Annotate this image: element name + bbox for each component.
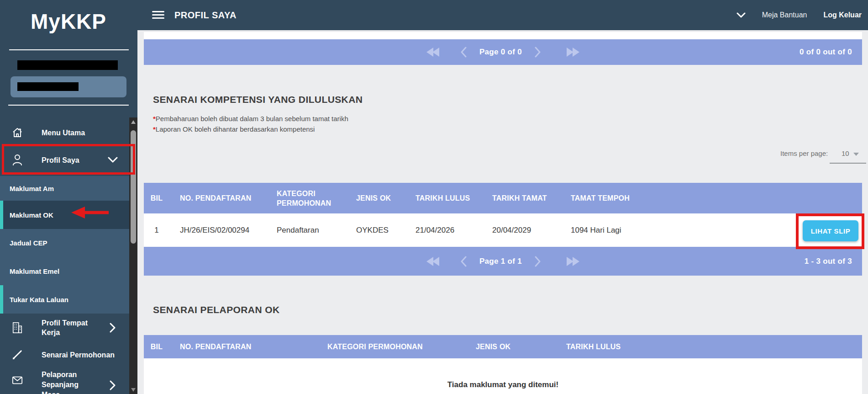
section-title-pelaporan: SENARAI PELAPORAN OK xyxy=(153,304,280,315)
cell-bil: 1 xyxy=(147,213,167,247)
items-per-page-label: Items per page: xyxy=(780,149,828,157)
last-page-icon[interactable] xyxy=(565,256,580,266)
page-indicator: Page 1 of 1 xyxy=(479,257,522,266)
cell-jenis-ok: OYKDES xyxy=(356,213,389,247)
scrollbar-down-arrow-icon[interactable] xyxy=(131,388,136,392)
scrollbar-thumb[interactable] xyxy=(131,130,136,244)
items-per-page-select[interactable]: 10 xyxy=(830,146,866,164)
help-desk-link[interactable]: Meja Bantuan xyxy=(762,11,807,19)
person-icon xyxy=(12,154,23,166)
column-header-bil: BIL xyxy=(147,335,167,358)
kompetensi-table-header: BIL NO. PENDAFTARAN KATEGORI PERMOHONAN … xyxy=(144,183,862,213)
sidebar-subitem-label: Maklumat Emel xyxy=(10,267,59,275)
column-header-tarikh-tamat: TARIKH TAMAT xyxy=(492,183,547,213)
sidebar-subitem-label: Jadual CEP xyxy=(10,239,47,247)
lihat-slip-button[interactable]: LIHAT SLIP xyxy=(803,220,858,241)
column-header-tamat-tempoh: TAMAT TEMPOH xyxy=(571,183,630,213)
sidebar-item-label: Profil Tempat Kerja xyxy=(42,318,101,337)
cell-tarikh-lulus: 21/04/2026 xyxy=(416,213,454,247)
app-logo: MyKKP xyxy=(0,9,137,34)
section-notes: *Pembaharuan boleh dibuat dalam 3 bulan … xyxy=(153,113,348,134)
column-header-tarikh-lulus: TARIKH LULUS xyxy=(416,183,470,213)
hamburger-menu-icon[interactable] xyxy=(152,11,164,19)
chevron-down-icon[interactable] xyxy=(736,12,746,18)
sidebar-item-pelaporan-sepanjang-masa[interactable]: Pelaporan Sepanjang Masa xyxy=(0,367,129,394)
kompetensi-table-row: 1 JH/26/EIS/02/00294 Pendaftaran OYKDES … xyxy=(144,213,862,247)
next-page-icon[interactable] xyxy=(535,256,541,267)
sidebar-item-profil-saya[interactable]: Profil Saya xyxy=(0,145,129,175)
first-page-icon[interactable] xyxy=(426,256,441,266)
sidebar-item-senarai-permohonan[interactable]: Senarai Permohonan xyxy=(0,342,129,367)
cell-kategori-permohonan: Pendaftaran xyxy=(277,213,334,247)
column-header-kategori-permohonan: KATEGORI PERMOHONAN xyxy=(327,335,423,358)
sidebar-subitem-label: Tukar Kata Laluan xyxy=(10,296,68,303)
sidebar-subitem-tukar-kata-laluan[interactable]: Tukar Kata Laluan xyxy=(0,285,129,314)
sidebar-divider xyxy=(8,105,129,106)
sidebar: MyKKP Menu Utama Profil Saya Maklumat Am xyxy=(0,0,137,394)
paginator-top: Page 0 of 0 0 of 0 out of 0 xyxy=(144,39,862,65)
sidebar-item-menu-utama[interactable]: Menu Utama xyxy=(0,120,129,145)
pelaporan-table-header: BIL NO. PENDAFTARAN KATEGORI PERMOHONAN … xyxy=(144,335,862,358)
page-title: PROFIL SAYA xyxy=(174,0,237,30)
paginator-kompetensi: Page 1 of 1 1 - 3 out of 3 xyxy=(144,247,862,276)
sidebar-item-label: Pelaporan Sepanjang Masa xyxy=(42,370,92,394)
sidebar-item-label: Menu Utama xyxy=(42,128,85,138)
note-line: *Laporan OK boleh dihantar berdasarkan k… xyxy=(153,124,348,134)
topbar-right: Meja Bantuan Log Keluar xyxy=(736,0,863,30)
sidebar-divider xyxy=(9,49,129,50)
last-page-icon[interactable] xyxy=(565,47,580,57)
pelaporan-table-body: Tiada maklumat yang ditemui! xyxy=(144,358,862,394)
sidebar-scrollbar[interactable] xyxy=(129,117,137,394)
items-per-page-value: 10 xyxy=(842,149,849,157)
cell-tarikh-tamat: 20/04/2029 xyxy=(492,213,531,247)
logout-link[interactable]: Log Keluar xyxy=(823,11,862,19)
sidebar-item-label: Senarai Permohonan xyxy=(42,350,115,360)
user-id-redacted xyxy=(17,82,79,91)
select-underline xyxy=(830,163,866,164)
pencil-icon xyxy=(12,349,23,361)
empty-table-message: Tiada maklumat yang ditemui! xyxy=(144,380,862,389)
range-indicator: 1 - 3 out of 3 xyxy=(805,247,852,276)
scrolled-content-edge xyxy=(144,32,862,39)
building-icon xyxy=(12,321,23,334)
section-title-kompetensi: SENARAI KOMPETENSI YANG DILULUSKAN xyxy=(153,94,363,105)
note-line: *Pembaharuan boleh dibuat dalam 3 bulan … xyxy=(153,113,348,124)
home-icon xyxy=(12,127,23,138)
sidebar-subitem-jadual-cep[interactable]: Jadual CEP xyxy=(0,229,129,257)
sidebar-item-profil-tempat-kerja[interactable]: Profil Tempat Kerja xyxy=(0,314,129,342)
sidebar-subitem-maklumat-ok[interactable]: Maklumat OK xyxy=(0,201,129,229)
chevron-right-icon xyxy=(110,323,116,333)
first-page-icon[interactable] xyxy=(426,47,441,57)
column-header-jenis-ok: JENIS OK xyxy=(476,335,510,358)
previous-page-icon[interactable] xyxy=(460,47,467,58)
scrollbar-up-arrow-icon[interactable] xyxy=(131,120,136,124)
chevron-right-icon xyxy=(110,380,116,390)
chevron-down-icon xyxy=(108,157,118,163)
column-header-kategori-permohonan: KATEGORI PERMOHONAN xyxy=(277,183,334,213)
dropdown-caret-icon xyxy=(853,153,859,156)
page-indicator: Page 0 of 0 xyxy=(479,48,522,57)
cell-no-pendaftaran: JH/26/EIS/02/00294 xyxy=(180,213,249,247)
next-page-icon[interactable] xyxy=(535,47,541,58)
sidebar-subitem-label: Maklumat Am xyxy=(10,185,54,192)
column-header-bil: BIL xyxy=(147,183,167,213)
user-name-redacted xyxy=(17,60,118,70)
range-indicator: 0 of 0 out of 0 xyxy=(800,39,852,65)
sidebar-subitem-maklumat-emel[interactable]: Maklumat Emel xyxy=(0,257,129,285)
sidebar-subitem-label: Maklumat OK xyxy=(10,211,53,219)
column-header-no-pendaftaran: NO. PENDAFTARAN xyxy=(180,335,251,358)
envelope-icon xyxy=(12,376,23,385)
user-id-box xyxy=(11,76,126,97)
column-header-jenis-ok: JENIS OK xyxy=(356,183,391,213)
cell-tamat-tempoh: 1094 Hari Lagi xyxy=(571,213,621,247)
column-header-no-pendaftaran: NO. PENDAFTARAN xyxy=(180,183,251,213)
sidebar-subitem-maklumat-am[interactable]: Maklumat Am xyxy=(0,176,129,201)
column-header-tarikh-lulus: TARIKH LULUS xyxy=(566,335,621,358)
previous-page-icon[interactable] xyxy=(460,256,467,267)
sidebar-item-label: Profil Saya xyxy=(42,155,79,165)
